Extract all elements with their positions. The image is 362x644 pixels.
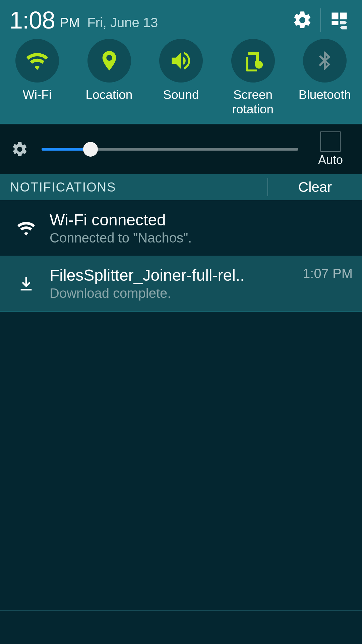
- quick-toggle-sound[interactable]: Sound: [149, 39, 213, 116]
- clock-date: Fri, June 13: [87, 15, 158, 34]
- notification-panel-header: 1:08 PM Fri, June 13 Wi-: [0, 0, 362, 124]
- sound-icon: [169, 48, 193, 73]
- divider: [320, 8, 321, 32]
- settings-button[interactable]: [289, 7, 316, 34]
- notification-icon: [9, 274, 43, 293]
- quick-toggle-wifi[interactable]: Wi-Fi: [5, 39, 69, 116]
- location-icon: [98, 49, 121, 72]
- brightness-settings-button[interactable]: [10, 140, 29, 159]
- svg-rect-2: [332, 21, 339, 25]
- panel-handle[interactable]: [0, 610, 362, 644]
- gear-icon: [292, 10, 313, 31]
- notification-subtitle: Download complete.: [50, 286, 297, 301]
- notification-subtitle: Connected to "Nachos".: [50, 230, 353, 246]
- quick-toggle-label: Sound: [163, 88, 199, 102]
- checkbox-icon: [320, 131, 341, 152]
- bluetooth-icon: [314, 50, 336, 72]
- quick-toggle-screen-rotation[interactable]: Screen rotation: [221, 39, 285, 116]
- screen-rotation-icon: [241, 49, 265, 72]
- clear-notifications-button[interactable]: Clear: [268, 179, 362, 195]
- brightness-row: Auto: [0, 124, 362, 174]
- quick-toggle-label: Bluetooth: [299, 88, 351, 102]
- wifi-icon: [25, 48, 50, 73]
- gear-icon: [11, 141, 28, 158]
- quick-toggle-row: Wi-Fi Location Sound: [0, 38, 362, 124]
- notification-list: Wi-Fi connectedConnected to "Nachos".Fil…: [0, 200, 362, 312]
- notifications-title: NOTIFICATIONS: [10, 180, 267, 195]
- auto-brightness-label: Auto: [318, 153, 343, 167]
- grid-icon: [329, 10, 349, 30]
- notification-item[interactable]: Wi-Fi connectedConnected to "Nachos".: [0, 200, 362, 256]
- notification-item[interactable]: FilesSplitter_Joiner-full-rel..Download …: [0, 256, 362, 312]
- notification-time: 1:07 PM: [297, 265, 353, 281]
- quick-toggle-label: Wi-Fi: [23, 88, 52, 102]
- svg-rect-0: [332, 13, 339, 19]
- notification-title: FilesSplitter_Joiner-full-rel..: [50, 266, 297, 284]
- status-row: 1:08 PM Fri, June 13: [0, 7, 362, 38]
- download-icon: [17, 274, 36, 293]
- quick-toggle-label: Screen rotation: [232, 88, 274, 116]
- brightness-slider[interactable]: [42, 139, 298, 159]
- quick-settings-grid-button[interactable]: [326, 7, 353, 34]
- auto-brightness-toggle[interactable]: Auto: [310, 131, 351, 167]
- wifi-icon: [16, 218, 36, 238]
- quick-toggle-label: Location: [86, 88, 133, 102]
- notification-title: Wi-Fi connected: [50, 211, 353, 229]
- notifications-header: NOTIFICATIONS Clear: [0, 174, 362, 200]
- notification-body: FilesSplitter_Joiner-full-rel..Download …: [43, 266, 297, 301]
- clock-ampm: PM: [60, 15, 80, 34]
- notification-body: Wi-Fi connectedConnected to "Nachos".: [43, 211, 353, 246]
- clock-time: 1:08: [9, 6, 55, 34]
- svg-rect-1: [340, 13, 347, 19]
- notification-icon: [9, 218, 43, 238]
- quick-toggle-location[interactable]: Location: [77, 39, 141, 116]
- quick-toggle-bluetooth[interactable]: Bluetooth: [293, 39, 357, 116]
